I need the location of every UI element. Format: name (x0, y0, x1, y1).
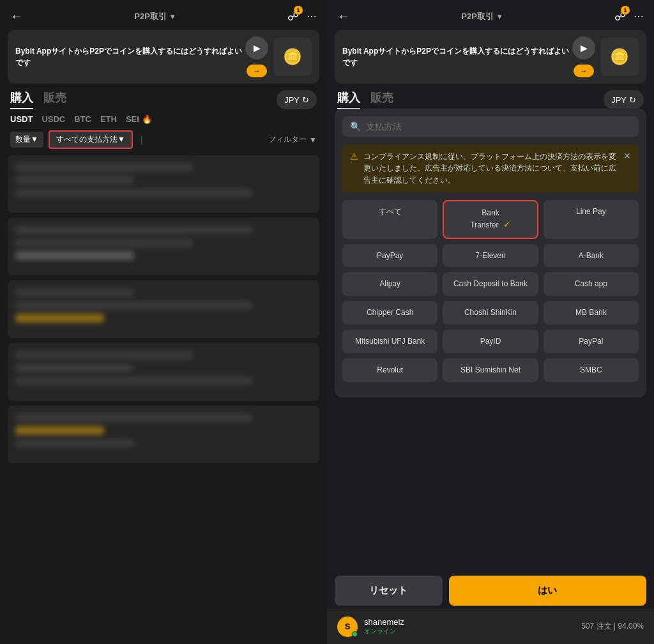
right-panel: ← P2P取引 ▼ ☍ 1 ⋯ Bybit AppサイトからP2Pでコインを購入… (327, 0, 654, 644)
right-buy-sell-tabs: 購入 販売 JPY ↻ (327, 90, 654, 109)
left-header: ← P2P取引 ▼ ☍ 1 ⋯ (0, 0, 327, 30)
payment-payid[interactable]: PayID (443, 330, 538, 353)
right-banner-image: 🪙 (600, 38, 639, 76)
left-currency-button[interactable]: JPY ↻ (277, 90, 317, 109)
list-item[interactable] (8, 280, 319, 338)
left-title-arrow[interactable]: ▼ (169, 13, 176, 20)
left-banner: Bybit AppサイトからP2Pでコインを購入するにはどうすればよいです ▶ … (8, 30, 319, 84)
user-stats: 507 注文 | 94.00% (581, 621, 644, 632)
left-play-wrap: ▶ → (245, 36, 268, 77)
left-crypto-tabs: USDT USDC BTC ETH SEI 🔥 (0, 114, 327, 124)
payment-dropdown: 🔍 ⚠ コンプライアンス規制に従い、プラットフォーム上の決済方法の表示を変更いた… (335, 109, 646, 397)
right-play-wrap: ▶ → (572, 36, 595, 77)
payment-choshi-shinkin[interactable]: Choshi ShinKin (443, 301, 538, 325)
reset-button[interactable]: リセット (335, 576, 443, 606)
notice-text: コンプライアンス規制に従い、プラットフォーム上の決済方法の表示を変更いたしました… (363, 151, 618, 186)
right-menu-icon[interactable]: ⋯ (634, 10, 644, 22)
right-title-arrow[interactable]: ▼ (496, 13, 503, 20)
user-row: S shanemelz オンライン 507 注文 | 94.00% (327, 609, 654, 644)
left-title: P2P取引 (134, 11, 167, 22)
search-input[interactable] (366, 121, 631, 132)
user-status: オンライン (364, 627, 404, 636)
right-buy-tab[interactable]: 購入 (337, 90, 360, 109)
list-item[interactable] (8, 218, 319, 275)
left-panel: ← P2P取引 ▼ ☍ 1 ⋯ Bybit AppサイトからP2Pでコインを購入… (0, 0, 327, 644)
user-info: shanemelz オンライン (364, 617, 404, 636)
left-play-button[interactable]: ▶ (245, 36, 268, 59)
payment-seven-eleven[interactable]: 7-Eleven (443, 244, 538, 268)
right-header: ← P2P取引 ▼ ☍ 1 ⋯ (327, 0, 654, 30)
left-crypto-eth[interactable]: ETH (100, 114, 117, 124)
online-indicator (352, 631, 358, 637)
search-row: 🔍 (342, 116, 639, 137)
right-banner: Bybit AppサイトからP2Pでコインを購入するにはどうすればよいです ▶ … (335, 30, 646, 84)
left-filter-row: 数量▼ すべての支払方法▼ | フィルター ▼ (0, 130, 327, 149)
search-icon: 🔍 (350, 121, 361, 132)
payment-paypay[interactable]: PayPay (342, 244, 437, 268)
payment-smbc[interactable]: SMBC (544, 358, 639, 382)
left-divider: | (141, 134, 143, 146)
avatar: S (337, 617, 358, 637)
right-title: P2P取引 (461, 11, 494, 22)
left-notification-icon[interactable]: ☍ 1 (287, 10, 299, 24)
left-menu-icon[interactable]: ⋯ (307, 10, 317, 22)
notice-close-button[interactable]: ✕ (623, 151, 631, 161)
left-title-group: P2P取引 ▼ (134, 11, 176, 22)
left-buy-sell-tabs: 購入 販売 JPY ↻ (0, 90, 327, 109)
left-crypto-btc[interactable]: BTC (74, 114, 91, 124)
user-name: shanemelz (364, 617, 404, 627)
payment-alipay[interactable]: Alipay (342, 272, 437, 296)
right-arrow-button[interactable]: → (574, 65, 594, 77)
payment-chipper-cash[interactable]: Chipper Cash (342, 301, 437, 325)
notice-icon: ⚠ (350, 151, 358, 162)
left-banner-text: Bybit AppサイトからP2Pでコインを購入するにはどうすればよいです (15, 45, 245, 68)
left-list (0, 155, 327, 644)
right-title-group: P2P取引 ▼ (461, 11, 503, 22)
payment-a-bank[interactable]: A-Bank (544, 244, 639, 268)
payment-mitsubishi[interactable]: Mitsubishi UFJ Bank (342, 330, 437, 353)
confirm-button[interactable]: はい (449, 576, 646, 606)
left-arrow-button[interactable]: → (247, 65, 267, 77)
payment-line-pay[interactable]: Line Pay (544, 200, 639, 238)
payment-revolut[interactable]: Revolut (342, 358, 437, 382)
bottom-buttons: リセット はい (335, 576, 646, 606)
right-back-button[interactable]: ← (337, 9, 350, 24)
right-play-button[interactable]: ▶ (572, 36, 595, 59)
right-sell-tab[interactable]: 販売 (370, 90, 393, 109)
left-filter-button[interactable]: フィルター ▼ (268, 134, 317, 145)
list-item[interactable] (8, 406, 319, 463)
left-sell-tab[interactable]: 販売 (43, 90, 66, 109)
left-buy-tab[interactable]: 購入 (10, 90, 33, 109)
right-header-right: ☍ 1 ⋯ (614, 10, 644, 24)
list-item[interactable] (8, 155, 319, 213)
right-currency-button[interactable]: JPY ↻ (604, 90, 644, 109)
payment-sbi[interactable]: SBI Sumishin Net (443, 358, 538, 382)
right-banner-text: Bybit AppサイトからP2Pでコインを購入するにはどうすればよいです (342, 45, 572, 68)
left-qty-button[interactable]: 数量▼ (10, 132, 43, 148)
left-payment-method-button[interactable]: すべての支払方法▼ (49, 130, 133, 149)
list-item[interactable] (8, 343, 319, 401)
left-crypto-usdc[interactable]: USDC (42, 114, 65, 124)
payment-bank-transfer[interactable]: BankTransfer ✓ (443, 200, 538, 238)
payment-grid: すべて BankTransfer ✓ Line Pay PayPay 7-Ele… (342, 200, 639, 381)
payment-mb-bank[interactable]: MB Bank (544, 301, 639, 325)
left-crypto-sei[interactable]: SEI 🔥 (126, 114, 152, 124)
left-header-right: ☍ 1 ⋯ (287, 10, 317, 24)
payment-paypal[interactable]: PayPal (544, 330, 639, 353)
payment-cash-deposit[interactable]: Cash Deposit to Bank (443, 272, 538, 296)
left-crypto-usdt[interactable]: USDT (10, 114, 33, 124)
right-notification-icon[interactable]: ☍ 1 (614, 10, 626, 24)
notice-box: ⚠ コンプライアンス規制に従い、プラットフォーム上の決済方法の表示を変更いたしま… (342, 144, 639, 192)
payment-cash-app[interactable]: Cash app (544, 272, 639, 296)
left-back-button[interactable]: ← (10, 9, 23, 24)
payment-all[interactable]: すべて (342, 200, 437, 238)
left-banner-image: 🪙 (273, 38, 312, 76)
